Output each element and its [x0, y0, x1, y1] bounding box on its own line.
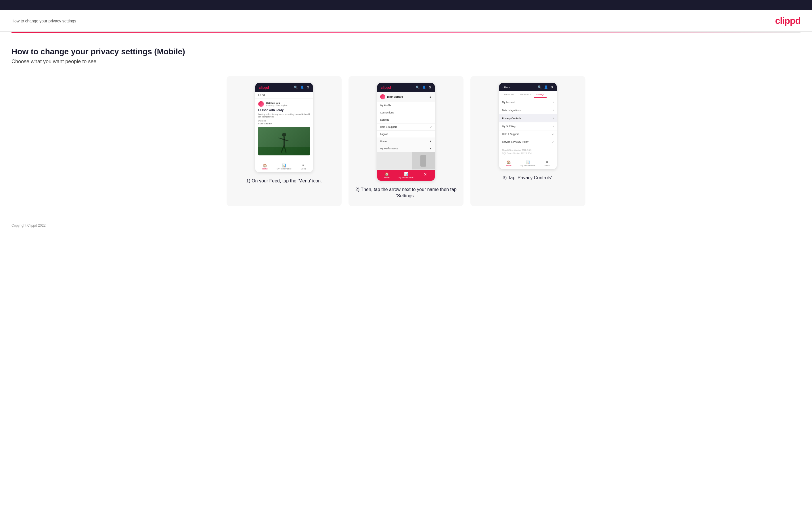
- feed-post: Blair McHarg Yesterday · Sunningdale Les…: [255, 99, 313, 158]
- menu-avatar: [380, 94, 385, 99]
- menu-helpsupport-label: Help & Support: [380, 125, 397, 128]
- menu-item-myprofile: My Profile: [377, 102, 435, 109]
- post-image: [258, 127, 310, 155]
- phone-1-topbar: clippd 🔍 👤 ⚙: [255, 83, 313, 92]
- post-title: Lesson with Fordy: [258, 109, 310, 112]
- menu-item-helpsupport: Help & Support ↗: [377, 123, 435, 131]
- nav-home-1: 🏠 Home: [255, 162, 274, 171]
- tab-connections[interactable]: Connections: [516, 91, 534, 98]
- nav-menu-3: ≡ Menu: [538, 159, 557, 168]
- step-3-card: ‹ Back 🔍 👤 ⚙ My Profile Connections Sett…: [470, 76, 586, 206]
- phone-3-bottomnav: 🏠 Home 📊 My Performance ≡ Menu: [499, 158, 557, 169]
- mygolfbag-label: My Golf Bag: [502, 125, 515, 128]
- chevron-down-icon-2: ▼: [429, 147, 432, 150]
- step-2-phone: clippd 🔍 👤 ⚙ Blair McHarg: [377, 83, 435, 181]
- step-1-phone: clippd 🔍 👤 ⚙ Feed Blair McHarg: [255, 83, 313, 172]
- performance-nav-icon-2: 📊: [404, 172, 408, 176]
- svg-line-2: [280, 138, 284, 139]
- nav-menu-label-3: Menu: [545, 165, 550, 167]
- settings-icon-2: ⚙: [428, 86, 431, 89]
- menu-myprofile-label: My Profile: [380, 104, 391, 107]
- menu-user-name: Blair McHarg: [387, 95, 403, 98]
- user-icon-3: 👤: [544, 85, 548, 89]
- serviceprivacy-label: Service & Privacy Policy: [502, 140, 528, 143]
- dataintegrations-label: Data Integrations: [502, 109, 521, 112]
- menu-performance-section-label: My Performance: [380, 147, 398, 150]
- post-duration-label: Duration: [258, 120, 310, 122]
- svg-line-6: [278, 138, 280, 138]
- step-1-description: 1) On your Feed, tap the 'Menu' icon.: [246, 178, 322, 184]
- settings-item-myaccount[interactable]: My Account ›: [499, 98, 557, 106]
- tab-myprofile[interactable]: My Profile: [502, 91, 516, 98]
- post-user: Blair McHarg Yesterday · Sunningdale: [258, 101, 310, 107]
- user-icon-2: 👤: [422, 86, 426, 89]
- privacycontrols-label: Privacy Controls: [502, 117, 521, 120]
- footer: Copyright Clippd 2022: [0, 218, 812, 233]
- nav-performance-2: 📊 My Performance: [397, 171, 416, 179]
- post-user-location: Yesterday · Sunningdale: [266, 104, 288, 106]
- page-heading: How to change your privacy settings (Mob…: [11, 47, 801, 56]
- user-icon: 👤: [300, 86, 304, 89]
- menu-side-overlay: [412, 152, 435, 169]
- nav-home-label-3: Home: [506, 165, 511, 167]
- performance-nav-icon-3: 📊: [526, 160, 530, 164]
- external-link-icon: ↗: [430, 126, 432, 128]
- step-3-description: 3) Tap 'Privacy Controls'.: [503, 175, 553, 181]
- menu-item-connections: Connections: [377, 109, 435, 116]
- home-nav-icon-3: 🏠: [507, 160, 511, 164]
- settings-icon: ⚙: [306, 86, 309, 89]
- menu-home-section-label: Home: [380, 140, 387, 143]
- page-subheading: Choose what you want people to see: [11, 59, 801, 65]
- nav-home-label-2: Home: [384, 176, 390, 178]
- settings-item-helpsupport[interactable]: Help & Support ↗: [499, 130, 557, 138]
- clippd-logo: clippd: [775, 15, 801, 26]
- menu-item-settings: Settings: [377, 116, 435, 123]
- settings-item-serviceprivacy[interactable]: Service & Privacy Policy ↗: [499, 138, 557, 146]
- step-2-description: 2) Then, tap the arrow next to your name…: [355, 186, 457, 200]
- tab-settings[interactable]: Settings: [534, 91, 547, 98]
- feed-tab-label: Feed: [255, 92, 313, 99]
- chevron-right-icon-3: ›: [553, 117, 554, 120]
- svg-point-0: [282, 133, 286, 137]
- chevron-right-icon-1: ›: [553, 101, 554, 104]
- menu-settings-label: Settings: [380, 118, 389, 121]
- nav-performance-label-3: My Performance: [520, 165, 535, 167]
- close-nav-icon: ✕: [423, 172, 427, 177]
- main-content: How to change your privacy settings (Mob…: [0, 33, 812, 218]
- settings-item-dataintegrations[interactable]: Data Integrations ›: [499, 106, 557, 114]
- menu-logout-label: Logout: [380, 133, 388, 135]
- performance-nav-icon: 📊: [282, 163, 287, 167]
- back-button: ‹ Back: [503, 86, 510, 89]
- phone-1-icons: 🔍 👤 ⚙: [294, 86, 309, 89]
- settings-item-mygolfbag[interactable]: My Golf Bag ›: [499, 122, 557, 130]
- settings-icon-3: ⚙: [550, 85, 553, 89]
- breadcrumb: How to change your privacy settings: [11, 19, 76, 23]
- post-user-name: Blair McHarg: [266, 102, 288, 104]
- nav-performance-label: My Performance: [276, 168, 291, 170]
- menu-user-row: Blair McHarg ▲: [377, 92, 435, 102]
- header: How to change your privacy settings clip…: [0, 10, 812, 32]
- phone-2-icons: 🔍 👤 ⚙: [416, 86, 431, 89]
- myaccount-label: My Account: [502, 101, 515, 104]
- home-nav-icon: 🏠: [263, 163, 267, 167]
- nav-home-2: 🏠 Home: [377, 171, 397, 179]
- menu-connections-label: Connections: [380, 111, 394, 114]
- nav-menu-1: ≡ Menu: [294, 162, 313, 171]
- phone-2-menu: Blair McHarg ▲ My Profile Connections Se…: [377, 92, 435, 169]
- nav-performance-1: 📊 My Performance: [274, 162, 294, 171]
- step-2-card: clippd 🔍 👤 ⚙ Blair McHarg: [349, 76, 463, 206]
- menu-item-logout: Logout: [377, 131, 435, 138]
- nav-performance-3: 📊 My Performance: [518, 159, 538, 168]
- chevron-down-icon: ▼: [429, 140, 432, 143]
- settings-tabs: My Profile Connections Settings: [499, 91, 557, 98]
- chevron-up-icon: ▲: [429, 95, 432, 99]
- client-version: Clippd Client Version: 2022.8.3-3: [502, 149, 554, 152]
- steps-container: clippd 🔍 👤 ⚙ Feed Blair McHarg: [11, 76, 801, 206]
- step-3-phone: ‹ Back 🔍 👤 ⚙ My Profile Connections Sett…: [499, 83, 557, 169]
- settings-item-privacycontrols[interactable]: Privacy Controls ›: [499, 114, 557, 122]
- phone-1-body: Feed Blair McHarg Yesterday · Sunningdal…: [255, 92, 313, 161]
- step-1-card: clippd 🔍 👤 ⚙ Feed Blair McHarg: [226, 76, 342, 206]
- search-icon-2: 🔍: [416, 86, 420, 89]
- phone-2-bottomnav: 🏠 Home 📊 My Performance ✕: [377, 169, 435, 181]
- user-info: Blair McHarg Yesterday · Sunningdale: [266, 102, 288, 106]
